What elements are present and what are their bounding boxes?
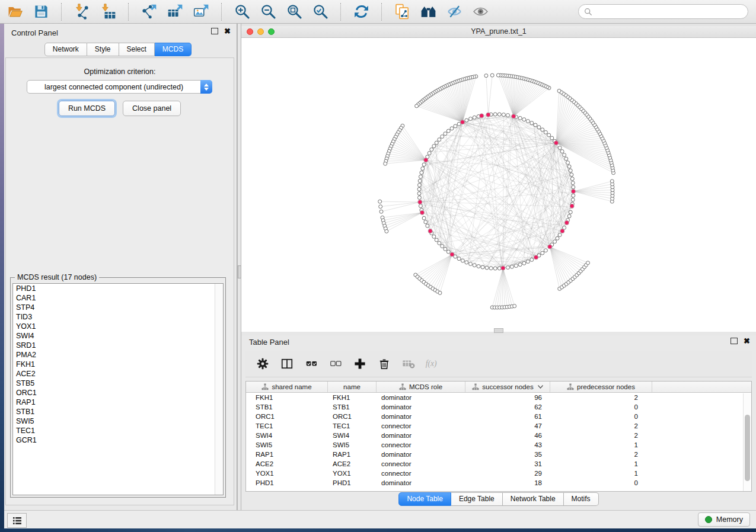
- graph-node[interactable]: [534, 123, 537, 127]
- graph-node[interactable]: [473, 264, 476, 267]
- graph-hub-node[interactable]: [418, 200, 422, 204]
- graph-node[interactable]: [385, 229, 388, 233]
- graph-node[interactable]: [422, 216, 426, 220]
- mcds-result-item[interactable]: ACE2: [13, 369, 223, 379]
- add-column-button[interactable]: [352, 356, 368, 371]
- graph-node[interactable]: [457, 257, 461, 261]
- table-scrollbar-thumb[interactable]: [745, 415, 750, 481]
- tab-mcds[interactable]: MCDS: [155, 43, 192, 56]
- graph-node[interactable]: [571, 198, 575, 201]
- graph-hub-node[interactable]: [560, 229, 564, 233]
- table-row[interactable]: YOX1YOX1connector291: [246, 469, 751, 478]
- network-view[interactable]: [241, 38, 756, 332]
- graph-node[interactable]: [526, 120, 529, 123]
- graph-node[interactable]: [446, 250, 450, 254]
- show-all-button[interactable]: [469, 2, 492, 21]
- graph-node[interactable]: [566, 161, 570, 165]
- graph-node[interactable]: [560, 150, 564, 153]
- graph-node[interactable]: [530, 121, 534, 125]
- graph-node[interactable]: [564, 157, 568, 161]
- table-row[interactable]: SWI4SWI4dominator462: [246, 431, 751, 440]
- graph-node[interactable]: [518, 263, 522, 267]
- graph-node[interactable]: [422, 163, 426, 166]
- graph-hub-node[interactable]: [501, 266, 505, 270]
- tab-style[interactable]: Style: [87, 43, 119, 56]
- graph-node[interactable]: [415, 104, 419, 108]
- mcds-result-item[interactable]: SWI4: [13, 331, 223, 341]
- binoculars-button[interactable]: [417, 2, 439, 21]
- graph-node[interactable]: [438, 291, 442, 294]
- graph-node[interactable]: [378, 200, 382, 203]
- graph-node[interactable]: [586, 261, 590, 265]
- graph-node[interactable]: [432, 235, 436, 238]
- graph-node[interactable]: [569, 210, 572, 214]
- mcds-result-list[interactable]: PHD1CAR1STP4TID3YOX1SWI4SRD1PMA2FKH1ACE2…: [12, 283, 224, 495]
- graph-node[interactable]: [424, 220, 428, 224]
- column-header-name[interactable]: name: [328, 382, 377, 392]
- tab-edge-table[interactable]: Edge Table: [451, 492, 503, 506]
- graph-node[interactable]: [544, 130, 547, 134]
- table-scrollbar[interactable]: [743, 393, 751, 491]
- graph-node[interactable]: [557, 89, 561, 92]
- graph-node[interactable]: [497, 113, 501, 116]
- mcds-result-item[interactable]: SWI5: [13, 416, 223, 426]
- mcds-list-scrollbar[interactable]: [215, 284, 223, 495]
- hide-selected-button[interactable]: [443, 2, 465, 21]
- column-header-successor-nodes[interactable]: successor nodes: [465, 382, 550, 392]
- graph-node[interactable]: [417, 196, 421, 200]
- minimize-window-button[interactable]: [257, 28, 264, 35]
- graph-node[interactable]: [518, 116, 522, 120]
- table-row[interactable]: RAP1RAP1dominator352: [246, 450, 751, 459]
- graph-node[interactable]: [526, 260, 529, 264]
- tab-network[interactable]: Network: [44, 43, 87, 56]
- zoom-selected-button[interactable]: [309, 2, 331, 21]
- graph-node[interactable]: [553, 240, 557, 243]
- search-input[interactable]: [595, 7, 748, 17]
- control-panel-close-button[interactable]: ✖: [224, 28, 231, 34]
- mcds-result-item[interactable]: PHD1: [13, 284, 223, 293]
- graph-node[interactable]: [469, 262, 473, 266]
- graph-node[interactable]: [493, 113, 497, 116]
- vertical-splitter[interactable]: [237, 24, 241, 510]
- zoom-out-button[interactable]: [257, 2, 279, 21]
- graph-node[interactable]: [419, 175, 422, 178]
- close-window-button[interactable]: [247, 28, 253, 35]
- mcds-result-item[interactable]: RAP1: [13, 398, 223, 407]
- graph-node[interactable]: [506, 114, 510, 117]
- graph-hub-node[interactable]: [554, 141, 558, 145]
- graph-node[interactable]: [563, 153, 566, 157]
- graph-node[interactable]: [522, 261, 526, 265]
- graph-node[interactable]: [444, 132, 447, 136]
- graph-hub-node[interactable]: [424, 158, 428, 162]
- graph-node[interactable]: [432, 145, 436, 148]
- graph-hub-node[interactable]: [512, 114, 516, 118]
- table-panel-float-button[interactable]: [731, 338, 738, 344]
- graph-node[interactable]: [444, 247, 447, 251]
- mcds-result-item[interactable]: STB5: [13, 379, 223, 388]
- mcds-result-item[interactable]: CAR1: [13, 293, 223, 303]
- graph-node[interactable]: [570, 177, 574, 181]
- graph-node[interactable]: [544, 249, 547, 252]
- graph-hub-node[interactable]: [570, 204, 574, 208]
- tab-motifs[interactable]: Motifs: [564, 492, 599, 506]
- graph-node[interactable]: [417, 183, 421, 187]
- export-network-button[interactable]: [138, 2, 160, 21]
- column-header-predecessor-nodes[interactable]: predecessor nodes: [550, 382, 652, 392]
- graph-hub-node[interactable]: [548, 245, 552, 249]
- graph-hub-node[interactable]: [571, 189, 575, 193]
- table-panel-close-button[interactable]: ✖: [744, 338, 750, 344]
- table-row[interactable]: FKH1FKH1dominator962: [246, 393, 751, 402]
- graph-fan-nodes[interactable]: [378, 73, 615, 309]
- graph-node[interactable]: [567, 165, 571, 168]
- graph-node[interactable]: [541, 251, 544, 255]
- refresh-view-button[interactable]: [350, 2, 372, 21]
- graph-node[interactable]: [510, 265, 513, 268]
- graph-node[interactable]: [430, 148, 433, 151]
- tab-node-table[interactable]: Node Table: [398, 492, 451, 506]
- table-row[interactable]: TEC1TEC1connector472: [246, 421, 751, 431]
- mcds-result-item[interactable]: STP4: [13, 303, 223, 312]
- mcds-result-item[interactable]: YOX1: [13, 322, 223, 331]
- graph-node[interactable]: [571, 181, 575, 185]
- graph-node[interactable]: [572, 185, 575, 189]
- table-row[interactable]: ORC1ORC1dominator610: [246, 412, 751, 421]
